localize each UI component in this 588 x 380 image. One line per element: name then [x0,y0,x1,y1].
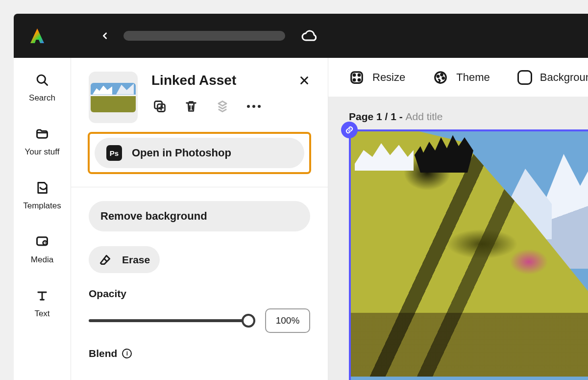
left-nav: Search Your stuff Templates Media [14,58,71,380]
panel-header-actions [151,99,313,114]
open-photoshop-highlight: Ps Open in Photoshop [88,132,311,174]
nav-your-stuff-label: Your stuff [25,147,60,157]
theme-tool[interactable]: Theme [433,70,490,85]
add-title-placeholder[interactable]: Add title [406,111,443,122]
ungroup-button [215,99,230,114]
svg-point-8 [353,79,355,81]
panel-body: Remove background Erase Opacity [71,187,328,359]
thumbnail-image [91,83,136,112]
media-icon [35,234,49,249]
background-label: Background [540,71,588,84]
canvas-area: Resize Theme Background Page 1 / 1 - Add… [328,58,588,380]
svg-point-13 [442,77,444,79]
nav-text[interactable]: Text [34,288,49,319]
search-icon [35,73,49,87]
artboard-container [349,129,588,380]
svg-point-6 [353,74,355,76]
background-icon [517,70,532,85]
templates-icon [35,180,49,195]
opacity-section: Opacity 100% [89,288,310,333]
cloud-sync-icon[interactable] [301,28,318,43]
artboard[interactable] [349,129,588,380]
nav-templates[interactable]: Templates [23,180,61,211]
nav-your-stuff[interactable]: Your stuff [25,127,60,157]
opacity-label: Opacity [89,288,310,300]
close-panel-button[interactable] [297,74,311,87]
theme-icon [433,70,448,85]
open-in-photoshop-label: Open in Photoshop [132,147,231,159]
nav-templates-label: Templates [23,201,61,211]
blend-section-label: Blend i [89,348,310,359]
erase-icon [98,253,112,267]
canvas-wrap: Page 1 / 1 - Add title [328,97,588,380]
ellipsis-icon [247,105,261,108]
linked-asset-badge-icon[interactable] [341,122,358,138]
canvas-toolbar: Resize Theme Background [328,58,588,97]
resize-icon [349,70,365,85]
main-area: Search Your stuff Templates Media [14,58,588,380]
adobe-express-logo-icon[interactable] [27,26,47,46]
open-in-photoshop-button[interactable]: Ps Open in Photoshop [95,138,304,168]
asset-thumbnail[interactable] [89,72,138,123]
folder-icon [35,127,49,141]
theme-label: Theme [456,71,490,84]
nav-search[interactable]: Search [29,73,55,103]
more-options-button[interactable] [246,99,261,114]
slider-track [89,319,255,322]
nav-text-label: Text [34,309,49,319]
page-number: Page 1 / 1 - [349,111,406,122]
blend-label-text: Blend [89,348,117,359]
remove-background-button[interactable]: Remove background [89,201,310,231]
svg-point-9 [358,79,360,81]
opacity-slider[interactable] [89,313,255,328]
erase-button[interactable]: Erase [89,246,160,273]
background-tool[interactable]: Background [517,70,588,85]
properties-panel: Linked Asset [71,58,328,380]
nav-media-label: Media [31,255,53,265]
text-icon [35,288,49,303]
remove-background-label: Remove background [100,210,207,223]
panel-title: Linked Asset [151,73,313,88]
photoshop-icon: Ps [106,145,122,161]
resize-label: Resize [372,71,405,84]
slider-thumb[interactable] [242,314,255,328]
opacity-value-input[interactable]: 100% [265,308,310,333]
nav-media[interactable]: Media [31,234,53,265]
resize-tool[interactable]: Resize [349,70,405,85]
svg-point-7 [358,74,360,76]
delete-button[interactable] [184,99,198,114]
svg-rect-5 [351,72,363,83]
panel-header: Linked Asset [71,58,328,132]
page-indicator[interactable]: Page 1 / 1 - Add title [349,111,588,123]
nav-search-label: Search [29,93,55,103]
document-title-placeholder[interactable] [123,31,285,41]
back-button[interactable] [98,29,112,43]
erase-label: Erase [122,254,150,266]
duplicate-button[interactable] [152,99,167,114]
top-bar [14,14,588,58]
app-window: Search Your stuff Templates Media [14,14,588,380]
svg-point-11 [438,75,440,77]
svg-point-12 [441,74,443,76]
info-icon[interactable]: i [122,349,132,358]
